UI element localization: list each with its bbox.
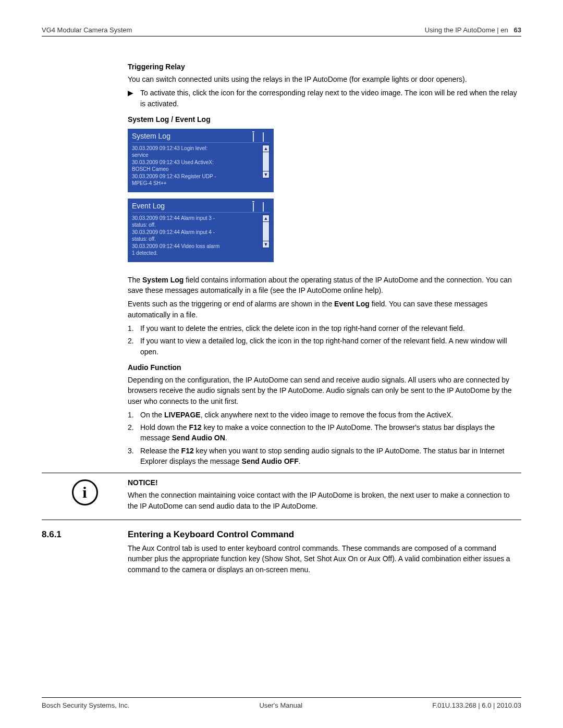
footer-left: Bosch Security Systems, Inc. <box>42 701 129 709</box>
scrollbar[interactable]: ▲ ▼ <box>262 145 270 178</box>
paragraph: Events such as the triggering or end of … <box>128 299 521 320</box>
header-left: VG4 Modular Camera System <box>42 26 132 34</box>
subsection-number: 8.6.1 <box>42 529 128 540</box>
subsection-title: Entering a Keyboard Control Command <box>128 529 294 540</box>
delete-icon[interactable] <box>253 203 260 209</box>
system-log-text: 30.03.2009 09:12:43 Login level: service… <box>132 145 259 187</box>
event-log-panel: Event Log 30.03.2009 09:12:44 Alarm inpu… <box>128 199 274 262</box>
info-icon: i <box>72 479 98 505</box>
divider <box>42 520 521 520</box>
page-number: 63 <box>514 26 521 34</box>
list-item: ▶ To activate this, click the icon for t… <box>128 88 521 109</box>
footer-right: F.01U.133.268 | 6.0 | 2010.03 <box>432 701 521 709</box>
list-item: 1. If you want to delete the entries, cl… <box>128 323 521 334</box>
system-log-panel: System Log 30.03.2009 09:12:43 Login lev… <box>128 129 274 192</box>
scroll-track[interactable] <box>262 222 270 241</box>
subsection-heading: 8.6.1 Entering a Keyboard Control Comman… <box>42 529 521 540</box>
divider <box>42 697 521 698</box>
divider <box>42 473 521 473</box>
heading-audio-function: Audio Function <box>128 363 521 372</box>
scrollbar[interactable]: ▲ ▼ <box>262 215 270 248</box>
paragraph: The System Log field contains informatio… <box>128 275 521 296</box>
scroll-up-icon[interactable]: ▲ <box>262 215 270 222</box>
list-item-text: To activate this, click the icon for the… <box>140 88 521 109</box>
scroll-down-icon[interactable]: ▼ <box>262 241 270 248</box>
paragraph: Depending on the configuration, the IP A… <box>128 375 521 406</box>
heading-triggering-relay: Triggering Relay <box>128 63 521 71</box>
delete-icon[interactable] <box>253 133 260 139</box>
paragraph: The Aux Control tab is used to enter key… <box>128 543 521 575</box>
system-log-title: System Log <box>132 132 253 140</box>
page-footer: Bosch Security Systems, Inc. User's Manu… <box>42 701 521 709</box>
log-figure: System Log 30.03.2009 09:12:43 Login lev… <box>128 129 521 262</box>
header-right: Using the IP AutoDome | en 63 <box>425 26 521 34</box>
notice-title: NOTICE! <box>128 478 521 487</box>
scroll-down-icon[interactable]: ▼ <box>262 171 270 178</box>
notice-block: i NOTICE! When the connection maintainin… <box>42 478 521 514</box>
page-header: VG4 Modular Camera System Using the IP A… <box>42 26 521 36</box>
detail-view-icon[interactable] <box>263 133 270 139</box>
footer-center: User's Manual <box>259 701 302 709</box>
list-item: 2. If you want to view a detailed log, c… <box>128 336 521 357</box>
list-item: 3. Release the F12 key when you want to … <box>128 446 521 467</box>
event-log-text: 30.03.2009 09:12:44 Alarm input 3 - stat… <box>132 215 259 257</box>
ordered-list: 1. If you want to delete the entries, cl… <box>128 323 521 357</box>
notice-text: When the connection maintaining voice co… <box>128 490 521 511</box>
detail-view-icon[interactable] <box>263 203 270 209</box>
scroll-up-icon[interactable]: ▲ <box>262 145 270 152</box>
scroll-track[interactable] <box>262 152 270 171</box>
event-log-title: Event Log <box>132 202 253 210</box>
heading-system-event-log: System Log / Event Log <box>128 115 521 124</box>
arrow-icon: ▶ <box>128 88 140 109</box>
list-item: 1. On the LIVEPAGE, click anywhere next … <box>128 410 521 420</box>
paragraph: You can switch connected units using the… <box>128 74 521 84</box>
ordered-list: 1. On the LIVEPAGE, click anywhere next … <box>128 410 521 466</box>
list-item: 2. Hold down the F12 key to make a voice… <box>128 422 521 443</box>
